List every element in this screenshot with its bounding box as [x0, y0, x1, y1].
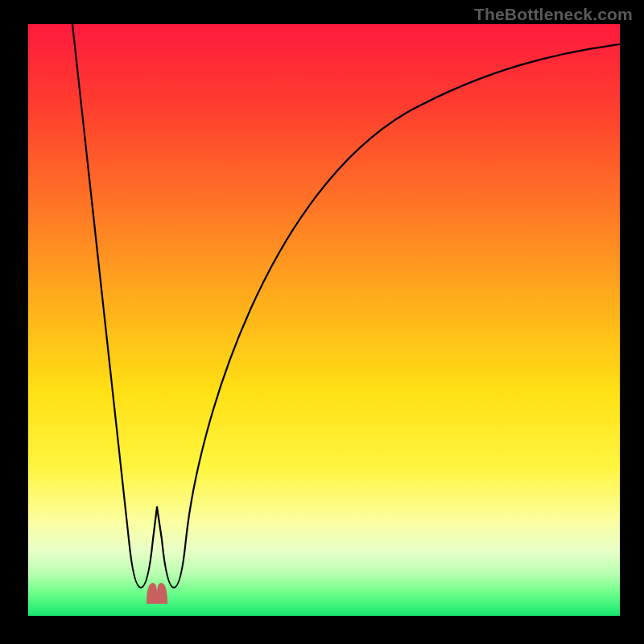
chart-frame: TheBottleneck.com: [0, 0, 644, 644]
optimal-point-marker: [147, 583, 167, 604]
curve-right-branch: [157, 44, 620, 588]
bottleneck-curve: [28, 24, 620, 616]
plot-area: [28, 24, 620, 616]
watermark-text: TheBottleneck.com: [474, 5, 633, 24]
curve-left-branch: [72, 24, 157, 588]
